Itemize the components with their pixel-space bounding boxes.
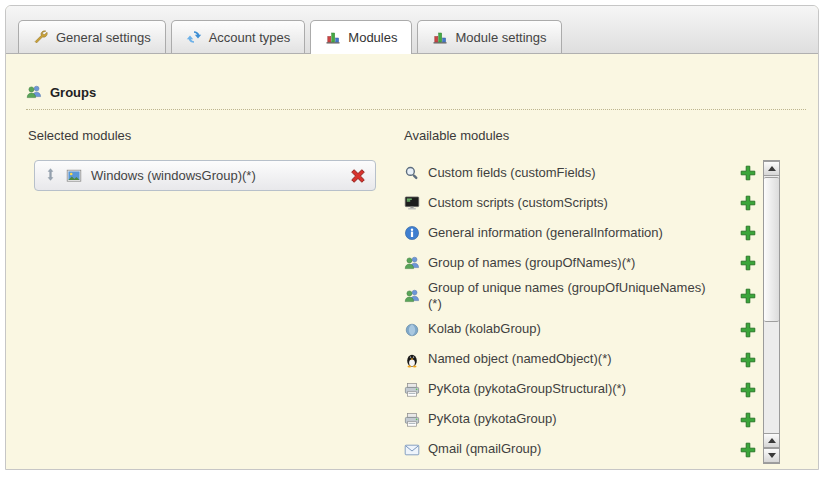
available-module-item: PyKota (pykotaGroup) <box>404 405 756 435</box>
available-module-item: Custom fields (customFields) <box>404 158 756 188</box>
selected-modules-heading: Selected modules <box>28 128 131 143</box>
available-module-item: Qmail (qmailGroup) <box>404 435 756 465</box>
add-module-button[interactable] <box>740 288 756 304</box>
refresh-icon <box>186 29 202 45</box>
available-module-item: Group of unique names (groupOfUniqueName… <box>404 278 756 315</box>
arrow-up-icon <box>768 166 776 171</box>
module-label: PyKota (pykotaGroup) <box>428 411 557 427</box>
selected-module-item[interactable]: Windows (windowsGroup)(*) <box>34 160 376 191</box>
module-label: Group of names (groupOfNames)(*) <box>428 255 635 271</box>
tab-label: General settings <box>56 30 151 45</box>
arrow-down-icon <box>768 453 776 458</box>
chart-icon <box>325 29 341 45</box>
section-title: Groups <box>50 85 96 100</box>
groups-section-header: Groups <box>26 84 806 110</box>
add-module-button[interactable] <box>740 322 756 338</box>
available-module-item: General information (generalInformation) <box>404 218 756 248</box>
arrow-up-icon <box>768 438 776 443</box>
scroll-up-button-bottom[interactable] <box>764 433 779 448</box>
drag-icon[interactable] <box>44 168 57 184</box>
kolab-icon <box>404 322 420 338</box>
add-module-button[interactable] <box>740 225 756 241</box>
group-icon <box>404 288 420 304</box>
module-label: Qmail (qmailGroup) <box>428 441 541 457</box>
available-module-item: PyKota (pykotaGroupStructural)(*) <box>404 375 756 405</box>
add-module-button[interactable] <box>740 255 756 271</box>
scroll-track[interactable] <box>764 323 779 433</box>
settings-panel: General settingsAccount typesModulesModu… <box>5 5 819 470</box>
info-icon <box>404 225 420 241</box>
tab-label: Account types <box>209 30 291 45</box>
remove-module-button[interactable] <box>350 168 366 184</box>
scroll-thumb[interactable] <box>764 177 779 322</box>
chart-icon <box>432 29 448 45</box>
scroll-up-button[interactable] <box>764 161 779 176</box>
module-label: Kolab (kolabGroup) <box>428 321 541 337</box>
tab-bar: General settingsAccount typesModulesModu… <box>6 6 818 54</box>
module-label: General information (generalInformation) <box>428 225 663 241</box>
terminal-icon <box>404 195 420 211</box>
available-module-item: Kolab (kolabGroup) <box>404 315 756 345</box>
add-module-button[interactable] <box>740 442 756 458</box>
wrench-icon <box>33 29 49 45</box>
module-label: Named object (namedObject)(*) <box>428 351 612 367</box>
tab-label: Module settings <box>455 30 546 45</box>
modules-tab-content: Groups Selected modules Windows (windows… <box>6 54 818 470</box>
tab-account-types[interactable]: Account types <box>171 20 306 53</box>
printer-icon <box>404 382 420 398</box>
tab-modules[interactable]: Modules <box>310 20 412 54</box>
available-module-item: Custom scripts (customScripts) <box>404 188 756 218</box>
mail-icon <box>404 442 420 458</box>
available-module-item: Named object (namedObject)(*) <box>404 345 756 375</box>
add-module-button[interactable] <box>740 195 756 211</box>
module-label: Custom fields (customFields) <box>428 165 596 181</box>
tab-module-settings[interactable]: Module settings <box>417 20 561 53</box>
available-modules-heading: Available modules <box>404 128 509 143</box>
printer-icon <box>404 412 420 428</box>
windows-module-icon <box>66 168 82 184</box>
available-modules-list: Custom fields (customFields)Custom scrip… <box>404 158 756 466</box>
scroll-down-button[interactable] <box>764 448 779 463</box>
add-module-button[interactable] <box>740 165 756 181</box>
available-module-item: Group of names (groupOfNames)(*) <box>404 248 756 278</box>
module-label: Windows (windowsGroup)(*) <box>91 168 256 183</box>
add-module-button[interactable] <box>740 412 756 428</box>
group-icon <box>26 84 42 100</box>
penguin-icon <box>404 352 420 368</box>
module-label: Group of unique names (groupOfUniqueName… <box>428 280 706 313</box>
scrollbar[interactable] <box>763 160 780 464</box>
group-icon <box>404 255 420 271</box>
module-label: PyKota (pykotaGroupStructural)(*) <box>428 381 626 397</box>
tab-label: Modules <box>348 30 397 45</box>
add-module-button[interactable] <box>740 382 756 398</box>
magnifier-icon <box>404 165 420 181</box>
add-module-button[interactable] <box>740 352 756 368</box>
selected-modules-list: Windows (windowsGroup)(*) <box>34 160 376 191</box>
tab-general-settings[interactable]: General settings <box>18 20 166 53</box>
module-label: Custom scripts (customScripts) <box>428 195 608 211</box>
